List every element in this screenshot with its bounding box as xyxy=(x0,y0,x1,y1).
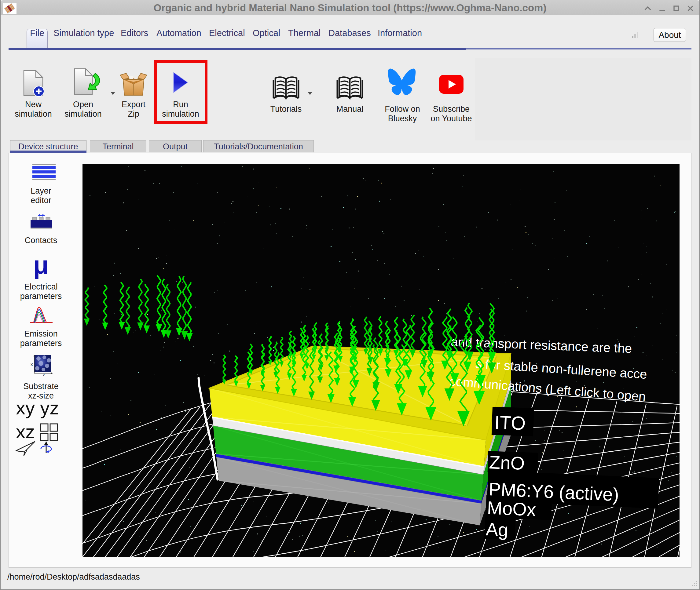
svg-text:z: z xyxy=(43,373,45,376)
svg-text:MoOx: MoOx xyxy=(487,497,536,520)
svg-text:Ag: Ag xyxy=(486,519,509,540)
svg-text:ZnO: ZnO xyxy=(489,452,525,474)
svg-text:x: x xyxy=(30,362,33,367)
svg-text:ITO: ITO xyxy=(494,412,526,434)
